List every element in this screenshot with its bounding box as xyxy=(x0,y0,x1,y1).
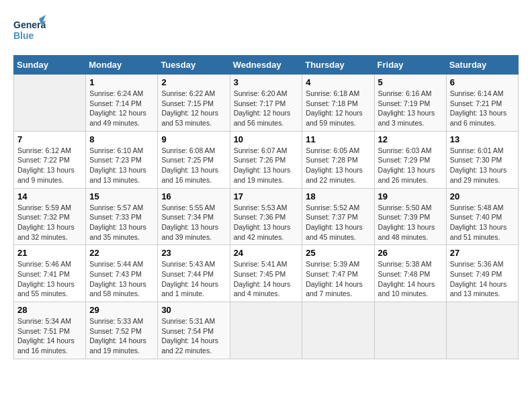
column-header-sunday: Sunday xyxy=(14,56,86,75)
day-cell: 19Sunrise: 5:50 AM Sunset: 7:39 PM Dayli… xyxy=(374,188,446,245)
day-number: 12 xyxy=(378,134,443,144)
day-info: Sunrise: 6:10 AM Sunset: 7:23 PM Dayligh… xyxy=(89,146,154,185)
day-info: Sunrise: 6:03 AM Sunset: 7:29 PM Dayligh… xyxy=(378,146,443,185)
day-number: 14 xyxy=(17,191,82,201)
day-info: Sunrise: 6:05 AM Sunset: 7:28 PM Dayligh… xyxy=(306,146,370,185)
day-info: Sunrise: 6:14 AM Sunset: 7:21 PM Dayligh… xyxy=(450,89,515,128)
day-number: 29 xyxy=(89,305,154,315)
column-header-thursday: Thursday xyxy=(302,56,374,75)
week-row-5: 28Sunrise: 5:34 AM Sunset: 7:51 PM Dayli… xyxy=(14,302,519,359)
day-info: Sunrise: 5:48 AM Sunset: 7:40 PM Dayligh… xyxy=(450,203,515,242)
day-number: 28 xyxy=(17,305,82,315)
day-cell: 25Sunrise: 5:39 AM Sunset: 7:47 PM Dayli… xyxy=(302,245,374,302)
header-row: SundayMondayTuesdayWednesdayThursdayFrid… xyxy=(14,56,519,75)
day-cell: 10Sunrise: 6:07 AM Sunset: 7:26 PM Dayli… xyxy=(230,131,302,188)
day-info: Sunrise: 5:38 AM Sunset: 7:48 PM Dayligh… xyxy=(378,259,443,299)
day-number: 19 xyxy=(378,191,443,201)
day-number: 22 xyxy=(89,248,154,258)
day-cell: 26Sunrise: 5:38 AM Sunset: 7:48 PM Dayli… xyxy=(374,245,446,302)
day-cell: 30Sunrise: 5:31 AM Sunset: 7:54 PM Dayli… xyxy=(158,302,230,359)
column-header-saturday: Saturday xyxy=(446,56,518,75)
column-header-wednesday: Wednesday xyxy=(230,56,302,75)
logo-icon: General Blue xyxy=(13,13,46,46)
day-cell: 27Sunrise: 5:36 AM Sunset: 7:49 PM Dayli… xyxy=(446,245,518,302)
day-cell xyxy=(14,75,86,132)
day-cell: 1Sunrise: 6:24 AM Sunset: 7:14 PM Daylig… xyxy=(86,75,158,132)
day-number: 11 xyxy=(306,134,370,144)
day-info: Sunrise: 5:53 AM Sunset: 7:36 PM Dayligh… xyxy=(234,203,299,242)
day-cell: 24Sunrise: 5:41 AM Sunset: 7:45 PM Dayli… xyxy=(230,245,302,302)
day-number: 18 xyxy=(306,191,370,201)
week-row-1: 1Sunrise: 6:24 AM Sunset: 7:14 PM Daylig… xyxy=(14,75,519,132)
day-info: Sunrise: 6:20 AM Sunset: 7:17 PM Dayligh… xyxy=(234,89,299,128)
column-header-monday: Monday xyxy=(86,56,158,75)
day-cell: 8Sunrise: 6:10 AM Sunset: 7:23 PM Daylig… xyxy=(86,131,158,188)
day-number: 9 xyxy=(161,134,226,144)
day-info: Sunrise: 6:07 AM Sunset: 7:26 PM Dayligh… xyxy=(234,146,299,185)
day-info: Sunrise: 5:57 AM Sunset: 7:33 PM Dayligh… xyxy=(89,203,154,242)
week-row-3: 14Sunrise: 5:59 AM Sunset: 7:32 PM Dayli… xyxy=(14,188,519,245)
day-cell xyxy=(302,302,374,359)
day-number: 30 xyxy=(161,305,226,315)
day-cell: 21Sunrise: 5:46 AM Sunset: 7:41 PM Dayli… xyxy=(14,245,86,302)
day-number: 20 xyxy=(450,191,515,201)
day-number: 2 xyxy=(161,77,226,87)
day-cell: 9Sunrise: 6:08 AM Sunset: 7:25 PM Daylig… xyxy=(158,131,230,188)
day-info: Sunrise: 5:50 AM Sunset: 7:39 PM Dayligh… xyxy=(378,203,443,242)
day-cell: 28Sunrise: 5:34 AM Sunset: 7:51 PM Dayli… xyxy=(14,302,86,359)
day-cell: 7Sunrise: 6:12 AM Sunset: 7:22 PM Daylig… xyxy=(14,131,86,188)
day-info: Sunrise: 5:59 AM Sunset: 7:32 PM Dayligh… xyxy=(17,203,82,242)
day-number: 1 xyxy=(89,77,154,87)
day-info: Sunrise: 6:01 AM Sunset: 7:30 PM Dayligh… xyxy=(450,146,515,185)
day-info: Sunrise: 5:31 AM Sunset: 7:54 PM Dayligh… xyxy=(161,316,226,356)
day-cell: 12Sunrise: 6:03 AM Sunset: 7:29 PM Dayli… xyxy=(374,131,446,188)
day-cell: 18Sunrise: 5:52 AM Sunset: 7:37 PM Dayli… xyxy=(302,188,374,245)
day-number: 25 xyxy=(306,248,370,258)
day-cell xyxy=(230,302,302,359)
day-info: Sunrise: 6:12 AM Sunset: 7:22 PM Dayligh… xyxy=(17,146,82,185)
day-cell: 29Sunrise: 5:33 AM Sunset: 7:52 PM Dayli… xyxy=(86,302,158,359)
day-info: Sunrise: 5:52 AM Sunset: 7:37 PM Dayligh… xyxy=(306,203,370,242)
day-number: 13 xyxy=(450,134,515,144)
day-info: Sunrise: 5:41 AM Sunset: 7:45 PM Dayligh… xyxy=(234,259,299,299)
day-number: 8 xyxy=(89,134,154,144)
day-cell: 17Sunrise: 5:53 AM Sunset: 7:36 PM Dayli… xyxy=(230,188,302,245)
day-info: Sunrise: 6:16 AM Sunset: 7:19 PM Dayligh… xyxy=(378,89,443,128)
day-cell: 3Sunrise: 6:20 AM Sunset: 7:17 PM Daylig… xyxy=(230,75,302,132)
week-row-2: 7Sunrise: 6:12 AM Sunset: 7:22 PM Daylig… xyxy=(14,131,519,188)
day-info: Sunrise: 6:24 AM Sunset: 7:14 PM Dayligh… xyxy=(89,89,154,128)
day-number: 5 xyxy=(378,77,443,87)
day-info: Sunrise: 5:39 AM Sunset: 7:47 PM Dayligh… xyxy=(306,259,370,299)
day-number: 15 xyxy=(89,191,154,201)
day-cell: 16Sunrise: 5:55 AM Sunset: 7:34 PM Dayli… xyxy=(158,188,230,245)
day-cell: 20Sunrise: 5:48 AM Sunset: 7:40 PM Dayli… xyxy=(446,188,518,245)
day-info: Sunrise: 5:43 AM Sunset: 7:44 PM Dayligh… xyxy=(161,259,226,299)
day-info: Sunrise: 5:46 AM Sunset: 7:41 PM Dayligh… xyxy=(17,259,82,299)
day-cell xyxy=(446,302,518,359)
day-cell: 15Sunrise: 5:57 AM Sunset: 7:33 PM Dayli… xyxy=(86,188,158,245)
day-number: 4 xyxy=(306,77,370,87)
day-number: 3 xyxy=(234,77,299,87)
day-number: 24 xyxy=(234,248,299,258)
day-cell: 6Sunrise: 6:14 AM Sunset: 7:21 PM Daylig… xyxy=(446,75,518,132)
day-number: 6 xyxy=(450,77,515,87)
logo: General Blue xyxy=(13,13,46,48)
day-number: 16 xyxy=(161,191,226,201)
day-info: Sunrise: 6:22 AM Sunset: 7:15 PM Dayligh… xyxy=(161,89,226,128)
day-number: 21 xyxy=(17,248,82,258)
column-header-tuesday: Tuesday xyxy=(158,56,230,75)
day-number: 17 xyxy=(234,191,299,201)
svg-text:Blue: Blue xyxy=(13,30,34,41)
day-info: Sunrise: 5:34 AM Sunset: 7:51 PM Dayligh… xyxy=(17,316,82,356)
day-cell xyxy=(374,302,446,359)
week-row-4: 21Sunrise: 5:46 AM Sunset: 7:41 PM Dayli… xyxy=(14,245,519,302)
day-cell: 13Sunrise: 6:01 AM Sunset: 7:30 PM Dayli… xyxy=(446,131,518,188)
day-cell: 2Sunrise: 6:22 AM Sunset: 7:15 PM Daylig… xyxy=(158,75,230,132)
page-header: General Blue xyxy=(13,13,519,48)
day-number: 10 xyxy=(234,134,299,144)
day-info: Sunrise: 5:36 AM Sunset: 7:49 PM Dayligh… xyxy=(450,259,515,299)
day-info: Sunrise: 5:33 AM Sunset: 7:52 PM Dayligh… xyxy=(89,316,154,356)
column-header-friday: Friday xyxy=(374,56,446,75)
day-number: 7 xyxy=(17,134,82,144)
day-cell: 5Sunrise: 6:16 AM Sunset: 7:19 PM Daylig… xyxy=(374,75,446,132)
